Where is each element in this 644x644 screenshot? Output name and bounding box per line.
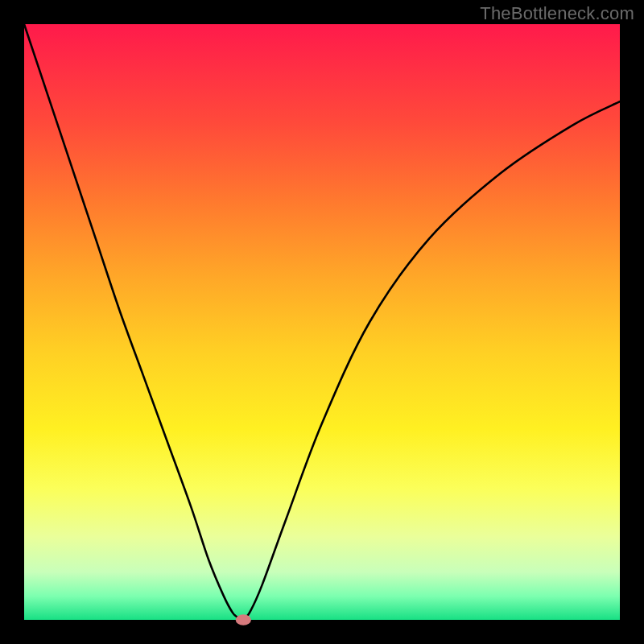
- chart-frame: TheBottleneck.com: [0, 0, 644, 644]
- watermark-text: TheBottleneck.com: [480, 3, 634, 24]
- bottleneck-curve: [24, 24, 620, 620]
- curve-svg: [24, 24, 620, 620]
- plot-area: [24, 24, 620, 620]
- min-marker: [236, 614, 251, 625]
